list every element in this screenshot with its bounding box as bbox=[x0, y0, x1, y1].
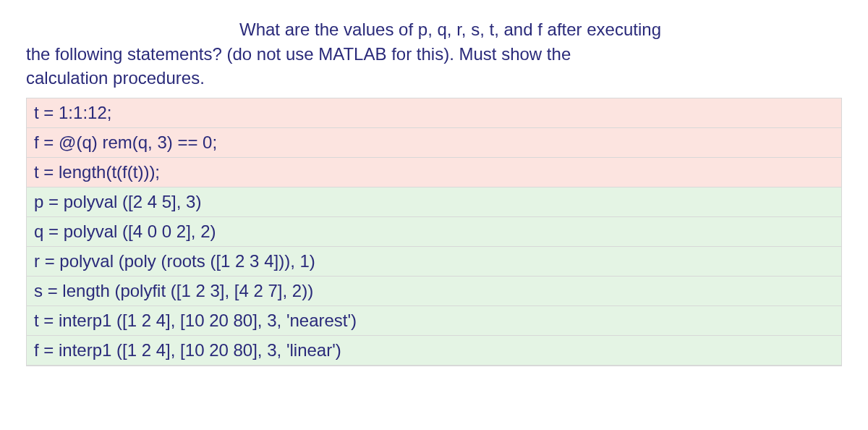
code-line: p = polyval ([2 4 5], 3) bbox=[27, 187, 841, 217]
code-line: t = 1:1:12; bbox=[27, 98, 841, 128]
code-block: t = 1:1:12; f = @(q) rem(q, 3) == 0; t =… bbox=[26, 98, 842, 366]
code-line: f = interp1 ([1 2 4], [10 20 80], 3, 'li… bbox=[27, 336, 841, 366]
code-line: f = @(q) rem(q, 3) == 0; bbox=[27, 128, 841, 158]
document-container: What are the values of p, q, r, s, t, an… bbox=[0, 0, 868, 366]
code-line: t = interp1 ([1 2 4], [10 20 80], 3, 'ne… bbox=[27, 306, 841, 336]
code-line: r = polyval (poly (roots ([1 2 3 4])), 1… bbox=[27, 247, 841, 277]
code-line: q = polyval ([4 0 0 2], 2) bbox=[27, 217, 841, 247]
code-line: t = length(t(f(t))); bbox=[27, 158, 841, 187]
question-line-3: calculation procedures. bbox=[26, 68, 205, 88]
code-line: s = length (polyfit ([1 2 3], [4 2 7], 2… bbox=[27, 277, 841, 306]
question-line-2: the following statements? (do not use MA… bbox=[26, 44, 571, 64]
question-line-1: What are the values of p, q, r, s, t, an… bbox=[239, 20, 661, 39]
question-text: What are the values of p, q, r, s, t, an… bbox=[26, 17, 842, 90]
